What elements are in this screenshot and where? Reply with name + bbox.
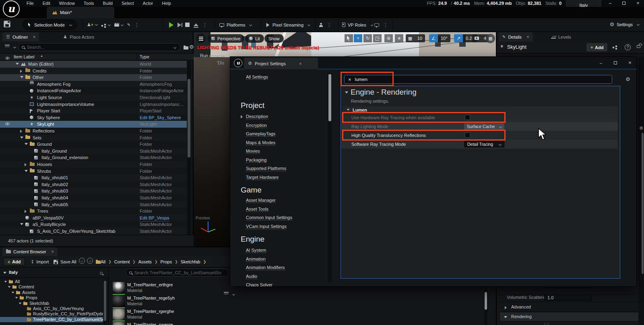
tab-details[interactable]: ✎ Details ×	[499, 32, 533, 41]
outliner-item-label[interactable]: Italy_Ground	[41, 148, 67, 155]
cb-save-all-button[interactable]: Save All	[53, 258, 76, 266]
add-component-button[interactable]: + Add	[586, 43, 607, 52]
menu-help[interactable]: Help	[157, 0, 175, 6]
outliner-item-label[interactable]: Ground	[37, 141, 52, 148]
outliner-row[interactable]: ☀SkyLightSkyLight	[0, 121, 187, 128]
cb-tree-row[interactable]: Content	[0, 284, 103, 290]
cb-add-button[interactable]: + Add	[3, 258, 25, 266]
asset-item[interactable]: M_TreePlanter_rgergheMaterial	[113, 308, 229, 322]
lock-icon[interactable]	[637, 45, 640, 48]
collapse-icon[interactable]	[12, 292, 14, 293]
pixel-streaming-dropdown[interactable]: Pixel Streaming	[266, 20, 310, 30]
ps-nav-item-audio[interactable]: Audio	[246, 274, 257, 279]
outliner-row[interactable]: TreesFolder	[0, 208, 187, 215]
unreal-logo[interactable]: u	[3, 0, 20, 17]
rotate-tool[interactable]: ↻	[363, 34, 372, 42]
cb-back-button[interactable]: ←	[79, 258, 85, 264]
cb-forward-button[interactable]: →	[87, 258, 93, 264]
view-mode-dropdown[interactable]: Lit	[245, 34, 264, 43]
visibility-eye-icon[interactable]	[5, 122, 10, 125]
outliner-row[interactable]: Italy_shrub05StaticMeshActor	[0, 201, 187, 208]
brush-icon[interactable]: ✎	[127, 23, 130, 27]
collapse-icon[interactable]	[4, 281, 7, 283]
outliner-item-label[interactable]: Credits	[33, 68, 47, 75]
outliner-search-input[interactable]	[27, 45, 170, 50]
ps-nav-item-encryption[interactable]: Encryption	[246, 123, 267, 128]
stop-button[interactable]	[185, 23, 190, 27]
surface-snap-toggle[interactable]: ∗	[395, 34, 403, 42]
chevron-down-icon[interactable]	[13, 46, 16, 48]
clear-search-icon[interactable]: ×	[348, 77, 351, 83]
settings-dropdown[interactable]: ⚙ Settings	[610, 21, 639, 27]
outliner-item-label[interactable]: Player Start	[37, 108, 60, 114]
edit-blueprint-link[interactable]: Edit BP_Vespa	[140, 215, 169, 222]
scrollbar-thumb[interactable]	[188, 79, 190, 157]
ps-nav-item-target-hardware[interactable]: Target Hardware	[246, 175, 279, 180]
outliner-item-label[interactable]: Reflections	[33, 128, 54, 135]
breadcrumb-content[interactable]: Content	[114, 259, 130, 264]
asset-item[interactable]: M_TreePlanter_rege5yhMaterial	[113, 295, 229, 308]
outliner-settings-gear-icon[interactable]: ⚙	[189, 44, 194, 50]
volumetric-scattering-field[interactable]: 1.0	[544, 294, 592, 301]
cb-tree-row[interactable]: Props	[0, 295, 103, 300]
outliner-item-label[interactable]: LightmassImportanceVolume	[37, 101, 94, 108]
cinematics-button[interactable]	[114, 23, 123, 27]
cb-tree-row[interactable]: Sketchfab	[0, 301, 103, 306]
outliner-row[interactable]: Italy_Ground_extensionStaticMeshActor	[0, 154, 187, 161]
outliner-item-label[interactable]: Italy_shrub02	[41, 181, 68, 188]
collapse-icon[interactable]	[20, 76, 23, 78]
cb-asset-scrollbar[interactable]	[484, 283, 487, 325]
close-icon[interactable]: ×	[526, 34, 529, 40]
cb-tree-row[interactable]: Assets	[0, 290, 103, 295]
ps-nav-item-movies[interactable]: Movies	[246, 149, 260, 154]
outliner-item-label[interactable]: aS_RustyBicycle	[33, 221, 66, 228]
setting-dropdown[interactable]: Surface Cache	[464, 123, 504, 130]
session-kebab-icon[interactable]: ⋮	[327, 22, 332, 28]
frame-skip-button[interactable]	[178, 23, 181, 27]
rotation-snap[interactable]: ∠10°	[429, 34, 450, 42]
move-tool[interactable]: +	[354, 34, 362, 42]
menu-file[interactable]: File	[22, 0, 38, 6]
new-folder-icon[interactable]	[184, 46, 188, 50]
outliner-search[interactable]	[18, 43, 180, 51]
details-scrollbar-thumb[interactable]	[642, 133, 644, 274]
expand-icon[interactable]	[25, 163, 27, 166]
grid-snap[interactable]: ▦10	[406, 34, 425, 42]
ps-search-field[interactable]: ×	[344, 75, 612, 84]
outliner-item-label[interactable]: Other	[33, 74, 44, 81]
ps-window-tab[interactable]: ⚙ Project Settings ×	[244, 58, 318, 69]
checkbox-partial[interactable]	[544, 323, 549, 325]
tab-levels[interactable]: Levels	[547, 32, 575, 41]
outliner-item-label[interactable]: Sets	[33, 135, 41, 141]
ps-nav-item-common-input-settings[interactable]: Common Input Settings	[246, 215, 292, 220]
multi-user-icon[interactable]	[319, 23, 323, 27]
outliner-row[interactable]: ReflectionsFolder	[0, 128, 187, 135]
setting-row-use-hardware-ray-tracing-when-available[interactable]: Use Hardware Ray Tracing when available	[341, 113, 618, 122]
cb-collection-header[interactable]: Italy	[0, 267, 109, 278]
collapse-icon[interactable]	[20, 137, 23, 139]
outliner-row[interactable]: aBP_Vespa50VEdit BP_Vespa	[0, 215, 187, 221]
outliner-row[interactable]: Sky SphereEdit BP_Sky_Sphere	[0, 114, 187, 121]
collapse-icon[interactable]	[8, 286, 10, 288]
asset-thumbnail[interactable]	[113, 322, 125, 325]
expand-icon[interactable]	[25, 210, 27, 213]
asset-thumbnail[interactable]	[113, 308, 125, 321]
menu-build[interactable]: Build	[99, 0, 117, 6]
outliner-row[interactable]: ShrubsFolder	[0, 168, 187, 175]
edit-blueprint-link[interactable]: Edit BP_Sky_Sphere	[140, 114, 181, 122]
outliner-item-label[interactable]: Italy_Ground_extension	[41, 154, 88, 161]
ps-nav-item-vcam-input-settings[interactable]: VCam Input Settings	[246, 224, 287, 229]
outliner-row[interactable]: CreditsFolder	[0, 68, 187, 75]
editor-mode-dropdown[interactable]: Selection Mode	[23, 20, 77, 30]
ps-nav-item-supported-platforms[interactable]: Supported Platforms	[246, 166, 286, 171]
collapse-icon[interactable]	[25, 143, 28, 145]
show-dropdown[interactable]: Show	[264, 34, 284, 43]
cb-tree-scrollbar[interactable]	[103, 279, 107, 325]
ps-nav-item-ai-system[interactable]: AI System	[246, 248, 266, 253]
outliner-row[interactable]: Italy_shrub01StaticMeshActor	[0, 174, 187, 181]
item-label-column-header[interactable]: Item Label	[14, 54, 34, 59]
ps-search-input[interactable]	[355, 77, 589, 82]
outliner-row[interactable]: ☀Light SourceDirectionalLight	[0, 94, 187, 101]
ps-nav-item-description[interactable]: Description	[246, 114, 268, 119]
outliner-item-label[interactable]: Sky Sphere	[37, 114, 60, 121]
